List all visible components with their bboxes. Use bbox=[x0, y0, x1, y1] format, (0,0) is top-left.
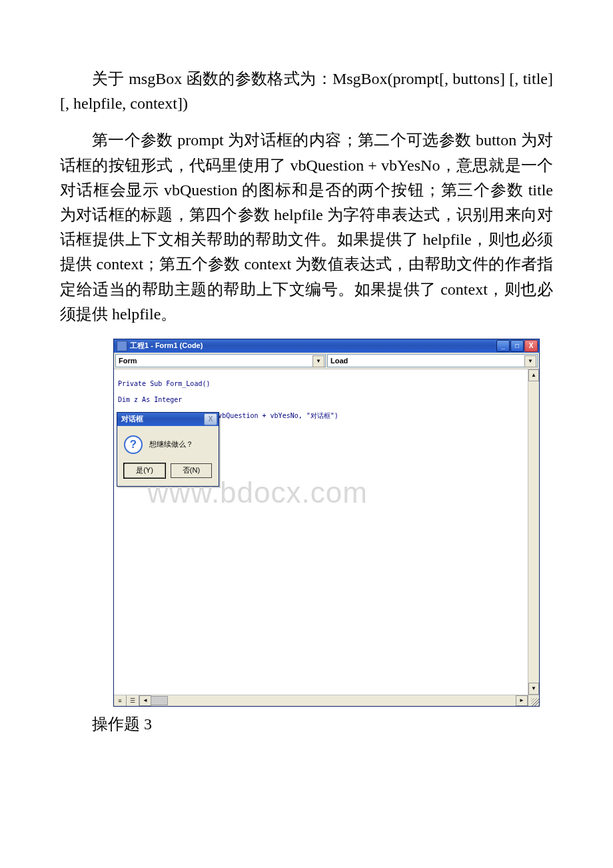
maximize-button[interactable]: □ bbox=[510, 340, 524, 352]
paragraph-3: 操作题 3 bbox=[60, 712, 553, 737]
msgbox-body: ? 想继续做么？ bbox=[117, 426, 219, 461]
vb-screenshot: 工程1 - Form1 (Code) _ □ X Form ▼ Load ▼ bbox=[113, 339, 553, 707]
vb-code-area[interactable]: Private Sub Form_Load() Dim z As Integer… bbox=[114, 369, 539, 695]
vertical-scrollbar[interactable]: ▲ ▼ bbox=[528, 369, 539, 695]
scroll-right-icon[interactable]: ► bbox=[516, 695, 528, 706]
page-content: 关于 msgBox 函数的参数格式为：MsgBox(prompt[, butto… bbox=[0, 0, 613, 775]
procedure-dropdown-value: Load bbox=[330, 357, 348, 365]
scroll-up-icon[interactable]: ▲ bbox=[528, 369, 539, 381]
vb-window-title: 工程1 - Form1 (Code) bbox=[130, 341, 496, 351]
no-button[interactable]: 否(N) bbox=[171, 463, 212, 478]
horizontal-scrollbar[interactable]: ◄ ► bbox=[139, 695, 528, 706]
form-icon bbox=[117, 341, 127, 351]
procedure-dropdown[interactable]: Load ▼ bbox=[327, 354, 538, 367]
object-dropdown-value: Form bbox=[119, 357, 137, 365]
grip-icon bbox=[531, 698, 539, 706]
paragraph-1: 关于 msgBox 函数的参数格式为：MsgBox(prompt[, butto… bbox=[60, 67, 553, 116]
chevron-down-icon: ▼ bbox=[524, 355, 536, 367]
msgbox-buttons: 是(Y) 否(N) bbox=[117, 461, 219, 486]
code-line: Dim z As Integer bbox=[118, 396, 535, 404]
msgbox-titlebar: 对话框 X bbox=[117, 413, 219, 426]
resize-grip[interactable] bbox=[528, 695, 539, 706]
procedure-view-button[interactable]: ≡ bbox=[114, 695, 127, 706]
minimize-button[interactable]: _ bbox=[496, 340, 510, 352]
msgbox-title: 对话框 bbox=[121, 414, 204, 424]
vb-bottom-bar: ≡ ☰ ◄ ► bbox=[114, 695, 539, 706]
full-module-view-button[interactable]: ☰ bbox=[127, 695, 139, 706]
close-button[interactable]: X bbox=[524, 340, 538, 352]
paragraph-2: 第一个参数 prompt 为对话框的内容；第二个可选参数 button 为对话框… bbox=[60, 128, 553, 327]
code-line: Private Sub Form_Load() bbox=[118, 380, 535, 388]
msgbox-prompt-text: 想继续做么？ bbox=[149, 439, 193, 449]
question-icon: ? bbox=[124, 435, 143, 454]
vb-dropdown-bar: Form ▼ Load ▼ bbox=[114, 353, 539, 369]
object-dropdown[interactable]: Form ▼ bbox=[115, 354, 326, 367]
vb-titlebar: 工程1 - Form1 (Code) _ □ X bbox=[114, 339, 539, 353]
window-controls: _ □ X bbox=[496, 340, 538, 352]
scroll-left-icon[interactable]: ◄ bbox=[139, 695, 151, 706]
scroll-thumb[interactable] bbox=[151, 696, 168, 705]
chevron-down-icon: ▼ bbox=[312, 355, 324, 367]
vb-code-window: 工程1 - Form1 (Code) _ □ X Form ▼ Load ▼ bbox=[113, 339, 540, 707]
msgbox-close-button[interactable]: X bbox=[204, 413, 217, 425]
scroll-down-icon[interactable]: ▼ bbox=[528, 683, 539, 695]
msgbox-dialog: 对话框 X ? 想继续做么？ 是(Y) 否(N) bbox=[117, 412, 219, 487]
yes-button[interactable]: 是(Y) bbox=[124, 463, 165, 478]
